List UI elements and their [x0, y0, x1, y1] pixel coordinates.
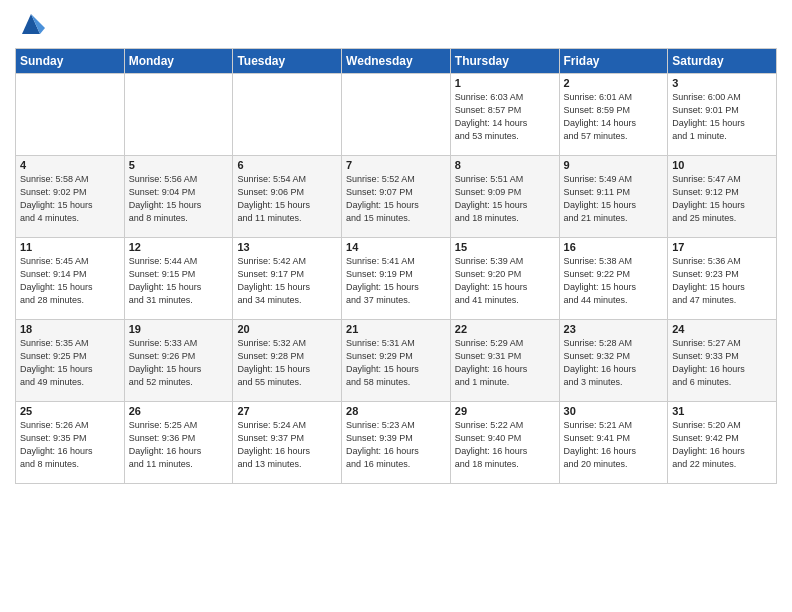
day-number: 28: [346, 405, 446, 417]
day-info: Sunrise: 5:44 AM Sunset: 9:15 PM Dayligh…: [129, 255, 229, 307]
day-number: 18: [20, 323, 120, 335]
day-cell: 13Sunrise: 5:42 AM Sunset: 9:17 PM Dayli…: [233, 238, 342, 320]
day-number: 7: [346, 159, 446, 171]
day-info: Sunrise: 5:45 AM Sunset: 9:14 PM Dayligh…: [20, 255, 120, 307]
day-info: Sunrise: 5:31 AM Sunset: 9:29 PM Dayligh…: [346, 337, 446, 389]
day-number: 10: [672, 159, 772, 171]
day-cell: [124, 74, 233, 156]
day-info: Sunrise: 5:28 AM Sunset: 9:32 PM Dayligh…: [564, 337, 664, 389]
day-cell: 31Sunrise: 5:20 AM Sunset: 9:42 PM Dayli…: [668, 402, 777, 484]
day-cell: 17Sunrise: 5:36 AM Sunset: 9:23 PM Dayli…: [668, 238, 777, 320]
day-number: 26: [129, 405, 229, 417]
day-number: 20: [237, 323, 337, 335]
day-number: 30: [564, 405, 664, 417]
day-cell: 7Sunrise: 5:52 AM Sunset: 9:07 PM Daylig…: [342, 156, 451, 238]
day-cell: 30Sunrise: 5:21 AM Sunset: 9:41 PM Dayli…: [559, 402, 668, 484]
day-cell: 19Sunrise: 5:33 AM Sunset: 9:26 PM Dayli…: [124, 320, 233, 402]
page: SundayMondayTuesdayWednesdayThursdayFrid…: [0, 0, 792, 494]
weekday-friday: Friday: [559, 49, 668, 74]
day-info: Sunrise: 5:27 AM Sunset: 9:33 PM Dayligh…: [672, 337, 772, 389]
day-number: 5: [129, 159, 229, 171]
day-info: Sunrise: 5:39 AM Sunset: 9:20 PM Dayligh…: [455, 255, 555, 307]
day-cell: 25Sunrise: 5:26 AM Sunset: 9:35 PM Dayli…: [16, 402, 125, 484]
day-cell: [233, 74, 342, 156]
day-info: Sunrise: 5:38 AM Sunset: 9:22 PM Dayligh…: [564, 255, 664, 307]
day-number: 14: [346, 241, 446, 253]
day-cell: 11Sunrise: 5:45 AM Sunset: 9:14 PM Dayli…: [16, 238, 125, 320]
day-number: 22: [455, 323, 555, 335]
day-cell: 16Sunrise: 5:38 AM Sunset: 9:22 PM Dayli…: [559, 238, 668, 320]
day-cell: [16, 74, 125, 156]
week-row-1: 1Sunrise: 6:03 AM Sunset: 8:57 PM Daylig…: [16, 74, 777, 156]
day-info: Sunrise: 5:47 AM Sunset: 9:12 PM Dayligh…: [672, 173, 772, 225]
weekday-tuesday: Tuesday: [233, 49, 342, 74]
day-number: 6: [237, 159, 337, 171]
day-number: 29: [455, 405, 555, 417]
day-info: Sunrise: 5:42 AM Sunset: 9:17 PM Dayligh…: [237, 255, 337, 307]
weekday-thursday: Thursday: [450, 49, 559, 74]
day-info: Sunrise: 5:21 AM Sunset: 9:41 PM Dayligh…: [564, 419, 664, 471]
logo-icon: [17, 10, 45, 38]
day-info: Sunrise: 5:29 AM Sunset: 9:31 PM Dayligh…: [455, 337, 555, 389]
day-info: Sunrise: 5:32 AM Sunset: 9:28 PM Dayligh…: [237, 337, 337, 389]
day-cell: 18Sunrise: 5:35 AM Sunset: 9:25 PM Dayli…: [16, 320, 125, 402]
day-number: 9: [564, 159, 664, 171]
day-cell: 26Sunrise: 5:25 AM Sunset: 9:36 PM Dayli…: [124, 402, 233, 484]
day-number: 2: [564, 77, 664, 89]
day-number: 31: [672, 405, 772, 417]
weekday-saturday: Saturday: [668, 49, 777, 74]
day-number: 12: [129, 241, 229, 253]
day-cell: 3Sunrise: 6:00 AM Sunset: 9:01 PM Daylig…: [668, 74, 777, 156]
day-cell: 9Sunrise: 5:49 AM Sunset: 9:11 PM Daylig…: [559, 156, 668, 238]
day-number: 1: [455, 77, 555, 89]
day-number: 21: [346, 323, 446, 335]
calendar-table: SundayMondayTuesdayWednesdayThursdayFrid…: [15, 48, 777, 484]
day-info: Sunrise: 5:26 AM Sunset: 9:35 PM Dayligh…: [20, 419, 120, 471]
day-info: Sunrise: 5:35 AM Sunset: 9:25 PM Dayligh…: [20, 337, 120, 389]
day-cell: 22Sunrise: 5:29 AM Sunset: 9:31 PM Dayli…: [450, 320, 559, 402]
week-row-2: 4Sunrise: 5:58 AM Sunset: 9:02 PM Daylig…: [16, 156, 777, 238]
day-number: 11: [20, 241, 120, 253]
day-number: 4: [20, 159, 120, 171]
day-cell: 15Sunrise: 5:39 AM Sunset: 9:20 PM Dayli…: [450, 238, 559, 320]
day-cell: 23Sunrise: 5:28 AM Sunset: 9:32 PM Dayli…: [559, 320, 668, 402]
day-number: 15: [455, 241, 555, 253]
day-cell: 12Sunrise: 5:44 AM Sunset: 9:15 PM Dayli…: [124, 238, 233, 320]
day-info: Sunrise: 6:00 AM Sunset: 9:01 PM Dayligh…: [672, 91, 772, 143]
day-cell: 1Sunrise: 6:03 AM Sunset: 8:57 PM Daylig…: [450, 74, 559, 156]
day-info: Sunrise: 5:25 AM Sunset: 9:36 PM Dayligh…: [129, 419, 229, 471]
day-info: Sunrise: 5:41 AM Sunset: 9:19 PM Dayligh…: [346, 255, 446, 307]
weekday-sunday: Sunday: [16, 49, 125, 74]
day-cell: 14Sunrise: 5:41 AM Sunset: 9:19 PM Dayli…: [342, 238, 451, 320]
logo: [15, 10, 45, 42]
day-info: Sunrise: 5:58 AM Sunset: 9:02 PM Dayligh…: [20, 173, 120, 225]
day-number: 16: [564, 241, 664, 253]
day-info: Sunrise: 6:01 AM Sunset: 8:59 PM Dayligh…: [564, 91, 664, 143]
day-info: Sunrise: 5:36 AM Sunset: 9:23 PM Dayligh…: [672, 255, 772, 307]
day-number: 13: [237, 241, 337, 253]
weekday-wednesday: Wednesday: [342, 49, 451, 74]
day-info: Sunrise: 5:54 AM Sunset: 9:06 PM Dayligh…: [237, 173, 337, 225]
day-number: 19: [129, 323, 229, 335]
day-cell: 27Sunrise: 5:24 AM Sunset: 9:37 PM Dayli…: [233, 402, 342, 484]
day-info: Sunrise: 5:56 AM Sunset: 9:04 PM Dayligh…: [129, 173, 229, 225]
day-number: 17: [672, 241, 772, 253]
day-cell: 10Sunrise: 5:47 AM Sunset: 9:12 PM Dayli…: [668, 156, 777, 238]
day-cell: 8Sunrise: 5:51 AM Sunset: 9:09 PM Daylig…: [450, 156, 559, 238]
day-number: 8: [455, 159, 555, 171]
day-cell: 21Sunrise: 5:31 AM Sunset: 9:29 PM Dayli…: [342, 320, 451, 402]
day-cell: 20Sunrise: 5:32 AM Sunset: 9:28 PM Dayli…: [233, 320, 342, 402]
day-cell: 24Sunrise: 5:27 AM Sunset: 9:33 PM Dayli…: [668, 320, 777, 402]
day-info: Sunrise: 5:20 AM Sunset: 9:42 PM Dayligh…: [672, 419, 772, 471]
day-info: Sunrise: 5:49 AM Sunset: 9:11 PM Dayligh…: [564, 173, 664, 225]
day-info: Sunrise: 6:03 AM Sunset: 8:57 PM Dayligh…: [455, 91, 555, 143]
day-number: 23: [564, 323, 664, 335]
day-info: Sunrise: 5:23 AM Sunset: 9:39 PM Dayligh…: [346, 419, 446, 471]
header: [15, 10, 777, 42]
day-cell: [342, 74, 451, 156]
day-info: Sunrise: 5:24 AM Sunset: 9:37 PM Dayligh…: [237, 419, 337, 471]
day-cell: 28Sunrise: 5:23 AM Sunset: 9:39 PM Dayli…: [342, 402, 451, 484]
week-row-3: 11Sunrise: 5:45 AM Sunset: 9:14 PM Dayli…: [16, 238, 777, 320]
day-info: Sunrise: 5:52 AM Sunset: 9:07 PM Dayligh…: [346, 173, 446, 225]
week-row-5: 25Sunrise: 5:26 AM Sunset: 9:35 PM Dayli…: [16, 402, 777, 484]
